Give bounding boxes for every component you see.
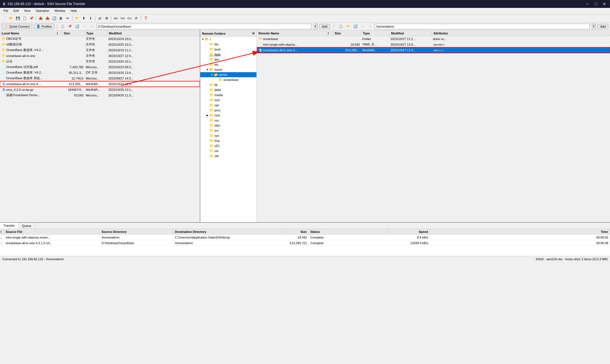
menu-operation[interactable]: Operation: [33, 8, 51, 13]
remote-refresh-btn[interactable]: 🔄: [353, 24, 358, 29]
local-size-header[interactable]: Size: [62, 30, 85, 36]
close-button[interactable]: ✕: [601, 1, 608, 7]
transfer-destdir-header[interactable]: Destination Directory: [173, 229, 280, 234]
minimize-button[interactable]: ─: [585, 1, 591, 7]
transfer-srcdir-header[interactable]: Source Directory: [100, 229, 173, 234]
menu-help[interactable]: Help: [68, 8, 79, 13]
local-file-row[interactable]: 🗜 oms_4.2.0-ce.tar.gz 184467/4... WinRAR…: [0, 87, 200, 92]
tree-item-lib[interactable]: 📁 lib: [200, 82, 256, 87]
remote-file-row[interactable]: 📄 mini-single-with-obprox... 18,592 YAML…: [257, 42, 610, 47]
toolbar-settings[interactable]: ⚙: [104, 15, 110, 21]
remote-modified-header[interactable]: Modified: [389, 30, 432, 36]
local-copy-btn[interactable]: 📋: [60, 24, 65, 29]
tree-item-opt[interactable]: 📁 opt: [200, 103, 256, 108]
remote-name-header[interactable]: Remote Name: [257, 30, 327, 36]
local-delete-btn[interactable]: ✕: [89, 24, 95, 29]
toolbar-save[interactable]: 💾: [15, 15, 21, 21]
tree-item-oceanbase[interactable]: 📁 oceanbase: [200, 77, 256, 82]
tree-item-data[interactable]: 📁 data: [200, 52, 256, 57]
local-slash-header[interactable]: /: [56, 30, 62, 36]
menu-view[interactable]: View: [22, 8, 33, 13]
toolbar-help[interactable]: ❓: [142, 15, 149, 21]
remote-newdir-btn[interactable]: 📁: [345, 24, 351, 29]
quick-connect-button[interactable]: ⚡ Quick Connect: [2, 24, 32, 29]
tree-toggle[interactable]: ▼: [201, 37, 205, 41]
tree-toggle[interactable]: [205, 134, 209, 138]
remote-edit-btn[interactable]: ✏: [360, 24, 366, 29]
tree-item-lib64[interactable]: 📁 lib64: [200, 87, 256, 92]
transfer-size-header[interactable]: Size: [280, 229, 309, 234]
tree-toggle[interactable]: [205, 83, 209, 87]
local-file-row[interactable]: 📁 OBCA证书 文件夹 2023/10/24 20:0...: [0, 36, 200, 42]
remote-delete-btn[interactable]: ✕: [367, 24, 373, 29]
tree-item-srv[interactable]: 📁 srv: [200, 128, 256, 133]
tree-item-root[interactable]: ▶ 📁 root: [200, 113, 256, 118]
tree-item-mnt[interactable]: 📁 mnt: [200, 98, 256, 103]
tree-item-admin[interactable]: ▼ 📂 admin: [200, 72, 256, 77]
remote-size-header[interactable]: Size: [333, 30, 361, 36]
local-file-row[interactable]: 📄 OceanBase 社区版.pdf 7,433,785 Microso...…: [0, 64, 200, 70]
local-type-header[interactable]: Type: [85, 30, 107, 36]
toolbar-ascii[interactable]: 01c: [126, 15, 133, 21]
tree-item-etc[interactable]: 📁 etc: [200, 62, 256, 67]
toolbar-binary[interactable]: 010: [120, 15, 126, 21]
transfer-tab-transfer[interactable]: Transfer: [0, 223, 19, 229]
tree-toggle[interactable]: [205, 42, 209, 46]
toolbar-refresh2[interactable]: ⟳: [133, 15, 139, 21]
toolbar-rename[interactable]: ✏: [65, 15, 71, 21]
remote-copy-btn[interactable]: 📋: [338, 24, 344, 29]
tree-toggle[interactable]: [214, 78, 218, 82]
tree-item-var[interactable]: 📁 var: [200, 153, 256, 158]
tree-item-usr[interactable]: 📁 usr: [200, 148, 256, 153]
profiles-button[interactable]: 👤 Profiles: [34, 24, 54, 29]
local-modified-header[interactable]: Modified: [107, 30, 200, 36]
tree-item-sys[interactable]: 📁 sys: [200, 133, 256, 138]
tree-item-home[interactable]: ▼ 📂 home: [200, 67, 256, 72]
transfer-tab-queue[interactable]: Queue: [19, 223, 35, 229]
local-file-row-highlighted[interactable]: 🗜 oceanbase-all-in-one-4.... 513,295,...…: [0, 81, 200, 87]
remote-type-header[interactable]: Type: [361, 30, 389, 36]
tree-item-media[interactable]: 📁 media: [200, 92, 256, 98]
remote-add-button[interactable]: Add: [598, 24, 608, 29]
remote-attr-header[interactable]: Attributes: [432, 30, 610, 36]
tree-toggle[interactable]: [205, 88, 209, 92]
local-file-row[interactable]: 📄 OceanBase 数据库 -V4.2... 65,311,3... ZIP…: [0, 70, 200, 76]
local-file-row[interactable]: 📁 OceanBase 数据库 -V4.2... 文件夹 2023/10/19 …: [0, 47, 200, 53]
toolbar-newdir[interactable]: 📁: [74, 15, 80, 21]
remote-path-dropdown[interactable]: ▼: [591, 24, 596, 29]
transfer-status-header[interactable]: Status: [309, 229, 388, 234]
tree-toggle[interactable]: [205, 98, 209, 102]
tree-toggle[interactable]: [205, 118, 209, 122]
toolbar-up[interactable]: ⬆: [81, 15, 87, 21]
remote-path-input[interactable]: [375, 24, 590, 29]
tree-item-run[interactable]: 📁 run: [200, 118, 256, 123]
toolbar-new[interactable]: 📄: [1, 15, 7, 21]
tree-toggle[interactable]: [205, 139, 209, 143]
toolbar-abc[interactable]: abc: [113, 15, 119, 21]
toolbar-delete[interactable]: 🗑: [58, 15, 64, 21]
tree-item-boot[interactable]: 📁 boot: [200, 47, 256, 52]
tree-toggle[interactable]: [205, 47, 209, 51]
toolbar-properties[interactable]: ℹ: [87, 15, 94, 21]
local-paste-btn[interactable]: 📌: [67, 24, 73, 29]
remote-folders-close[interactable]: ✕: [252, 32, 255, 36]
tree-toggle[interactable]: [205, 154, 209, 158]
menu-file[interactable]: File: [1, 8, 11, 13]
toolbar-upload[interactable]: 📤: [38, 15, 44, 21]
tree-item-tmp[interactable]: 📁 tmp: [200, 138, 256, 143]
tree-toggle[interactable]: [205, 58, 209, 61]
tree-toggle[interactable]: ▼: [205, 68, 209, 72]
tree-item-sbin[interactable]: 📁 sbin: [200, 123, 256, 128]
toolbar-refresh[interactable]: 🔄: [51, 15, 57, 21]
tree-item-bin[interactable]: 📁 bin: [200, 42, 256, 47]
local-edit-btn[interactable]: ✏: [82, 24, 87, 29]
toolbar-paste[interactable]: 📌: [28, 15, 34, 21]
tree-item-dev[interactable]: 📁 dev: [200, 57, 256, 62]
remote-slash-header[interactable]: /: [327, 30, 333, 36]
local-file-row[interactable]: 📁 ob数据迁移 文件夹 2023/10/25 10:3...: [0, 42, 200, 47]
menu-edit[interactable]: Edit: [11, 8, 21, 13]
tree-item-u01[interactable]: 📁 u01: [200, 143, 256, 148]
local-add-button[interactable]: Add: [319, 24, 330, 29]
tree-toggle[interactable]: [205, 93, 209, 97]
transfer-row[interactable]: ↓ mini-single-with-obproxy-exam... /home…: [0, 235, 610, 240]
